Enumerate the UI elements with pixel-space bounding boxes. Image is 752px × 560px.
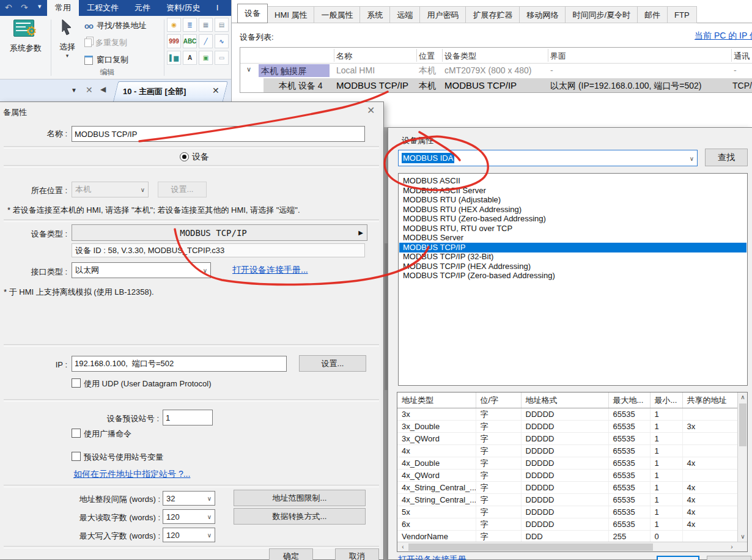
address-table-row[interactable]: 4x_Double字DDDDD6553514x	[397, 457, 737, 470]
horizontal-scrollbar[interactable]: ‹ ›	[397, 542, 747, 552]
text-tool-icon[interactable]: A	[183, 51, 197, 65]
address-range-limit-button[interactable]: 地址范围限制...	[234, 490, 366, 506]
find-replace-address-item[interactable]: oo 寻找/替换地址	[84, 20, 147, 32]
bar-graph-icon[interactable]: ▌▆	[167, 51, 181, 65]
device-type-picker-arrow[interactable]: ▶	[355, 224, 367, 241]
scrollbar-thumb[interactable]	[408, 543, 653, 551]
device-type-option[interactable]: MODBUS ASCII	[399, 176, 746, 186]
address-table-row[interactable]: 6x字DDDDD6553514x	[397, 518, 737, 531]
address-table-row[interactable]: 3x_Double字DDDDD6553513x	[397, 421, 737, 433]
address-table-header[interactable]: 共享的地址	[682, 392, 737, 408]
open-device-manual-link[interactable]: 打开设备连接手册...	[232, 265, 308, 276]
device-type-option[interactable]: MODBUS Server	[399, 233, 746, 243]
col-location[interactable]: 位置	[419, 51, 435, 62]
address-table-row[interactable]: 3x_QWord字DDDDD655351	[397, 433, 737, 445]
device-radio[interactable]	[180, 152, 189, 161]
pane-close-icon[interactable]: ✕	[86, 86, 93, 94]
toggle-switch-icon[interactable]: ≣	[183, 18, 197, 32]
line-tool-icon[interactable]: ╱	[199, 34, 213, 48]
ribbon-tab[interactable]: 工程文件	[79, 0, 127, 16]
ribbon-tab[interactable]: 常用	[47, 0, 79, 16]
device-type-option[interactable]: MODBUS TCP/IP (32-Bit)	[399, 252, 746, 262]
close-icon[interactable]: ✕	[367, 106, 375, 115]
tab-scroll-back-icon[interactable]: ◀	[100, 85, 106, 94]
function-key-icon[interactable]: ▤	[215, 18, 229, 32]
settings-tab[interactable]: 一般属性	[314, 6, 360, 23]
name-input[interactable]	[72, 126, 365, 142]
station-variable-checkbox[interactable]	[72, 452, 81, 461]
interval-combo[interactable]: 32 ∨	[163, 491, 215, 506]
device-type-option[interactable]: MODBUS TCP/IP (HEX Addressing)	[399, 262, 746, 271]
ribbon-tab[interactable]: I	[208, 0, 227, 16]
broadcast-checkbox[interactable]	[72, 429, 81, 438]
address-table-header[interactable]: 地址类型	[397, 392, 476, 408]
redo-icon[interactable]: ↷	[21, 2, 28, 12]
settings-tab[interactable]: FTP	[668, 6, 697, 23]
device-type-option[interactable]: MODBUS RTU (HEX Addressing)	[399, 205, 746, 215]
scrollbar-thumb[interactable]	[739, 403, 746, 446]
max-write-combo[interactable]: 120 ∨	[163, 528, 215, 542]
settings-tab[interactable]: HMI 属性	[268, 6, 314, 23]
col-protocol[interactable]: 通讯	[734, 51, 750, 62]
ribbon-tab[interactable]: 资料/历史	[158, 0, 208, 16]
device-type-option[interactable]: MODBUS TCP/IP	[399, 243, 746, 252]
udp-checkbox[interactable]	[72, 378, 81, 388]
col-name[interactable]: 名称	[336, 51, 352, 62]
document-tab-close-icon[interactable]: ✕	[212, 86, 219, 95]
station-help-link[interactable]: 如何在元件地址中指定站号 ?...	[73, 469, 190, 480]
qat-customize-icon[interactable]: ▾	[38, 2, 42, 10]
picture-icon[interactable]: ▣	[199, 51, 213, 65]
settings-tab[interactable]: 邮件	[638, 6, 668, 23]
settings-tab[interactable]: 扩展存贮器	[466, 6, 520, 23]
numeric-display-icon[interactable]: 999	[167, 34, 181, 48]
cancel-button[interactable]: 取消	[335, 548, 379, 560]
address-table-row[interactable]: 4x_String_Central_...字DDDDD6553514x	[397, 482, 737, 494]
address-table-row[interactable]: 3x字DDDDD655351	[397, 408, 737, 421]
settings-tab[interactable]: 设备	[237, 4, 268, 23]
rectangle-tool-icon[interactable]: ▭	[215, 51, 229, 65]
address-table-header[interactable]: 最大地...	[608, 392, 650, 408]
table-row-modbus-device[interactable]: 本机 设备 4 MODBUS TCP/IP 本机 MODBUS TCP/IP 以…	[240, 78, 752, 93]
address-table-row[interactable]: 4x_QWord字DDDDD655351	[397, 470, 737, 482]
pane-collapse-icon[interactable]: ▼	[71, 87, 77, 94]
settings-tab[interactable]: 用户密码	[420, 6, 466, 23]
ip-settings-button[interactable]: 设置...	[299, 355, 366, 372]
device-type-option[interactable]: MODBUS TCP/IP (Zero-based Addressing)	[399, 271, 746, 281]
address-table-row[interactable]: 4x_String_Central_...字DDDDD6553514x	[397, 494, 737, 506]
settings-tab[interactable]: 时间同步/夏令时	[566, 6, 638, 23]
device-type-field[interactable]: MODBUS TCP/IP	[72, 224, 355, 241]
ribbon-tab[interactable]: 元件	[127, 0, 158, 16]
interface-type-combo[interactable]: 以太网 ∨	[72, 262, 211, 278]
address-table-row[interactable]: 4x字DDDDD655351	[397, 445, 737, 457]
find-button[interactable]: 查找	[705, 149, 748, 166]
scroll-down-icon[interactable]: ∨	[738, 532, 748, 541]
vertical-scrollbar[interactable]: ∧ ∨	[737, 392, 748, 542]
ip-input[interactable]	[72, 356, 287, 372]
picker-ok-button[interactable]	[657, 556, 699, 560]
scroll-up-icon[interactable]: ∧	[738, 393, 748, 402]
light-bulb-icon[interactable]: ◉	[167, 18, 181, 32]
curve-tool-icon[interactable]: ∿	[215, 34, 229, 48]
address-table-row[interactable]: 5x字DDDDD6553514x	[397, 506, 737, 518]
settings-tab[interactable]: 移动网络	[520, 6, 566, 23]
address-table-header[interactable]: 地址格式	[521, 392, 608, 408]
system-parameters-button[interactable]: ⚙ 系统参数	[4, 17, 48, 76]
numeric-keypad-icon[interactable]: ▦	[199, 18, 213, 32]
device-type-option[interactable]: MODBUS RTU (Zero-based Addressing)	[399, 214, 746, 224]
window-copy-item[interactable]: 窗口复制	[84, 54, 128, 66]
device-type-option[interactable]: MODBUS RTU (Adjustable)	[399, 195, 746, 205]
ascii-display-icon[interactable]: ABC	[183, 34, 197, 48]
scroll-left-icon[interactable]: ‹	[399, 543, 407, 551]
address-table-row[interactable]: VendorName字DDD2550	[397, 531, 737, 542]
col-interface[interactable]: 界面	[550, 51, 566, 62]
device-type-option[interactable]: MODBUS ASCII Server	[399, 186, 746, 196]
default-station-input[interactable]	[163, 410, 213, 426]
document-tab[interactable]: 10 - 主画面 [全部] ✕	[112, 81, 226, 101]
chevron-down-icon[interactable]: ▾	[54, 53, 81, 59]
data-conversion-button[interactable]: 数据转换方式...	[234, 508, 366, 525]
device-search-combo[interactable]: MODBUS IDA ∨	[398, 150, 698, 166]
undo-icon[interactable]: ↶	[5, 2, 12, 12]
address-table-header[interactable]: 位/字	[476, 392, 521, 408]
device-type-listbox[interactable]: MODBUS ASCIIMODBUS ASCII ServerMODBUS RT…	[398, 173, 748, 386]
picker-cancel-button[interactable]	[707, 556, 751, 560]
